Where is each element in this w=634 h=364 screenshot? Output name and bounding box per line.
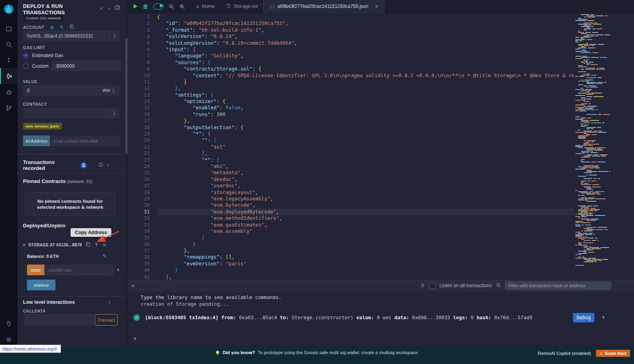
- debugger-icon[interactable]: [0, 84, 17, 100]
- editor-line[interactable]: 12 },: [128, 85, 574, 91]
- scrollbar-thumb[interactable]: [125, 38, 128, 154]
- editor-line[interactable]: 23 "*": [: [128, 157, 574, 163]
- store-function-button[interactable]: store: [27, 265, 44, 275]
- editor-line[interactable]: 20 "": [: [128, 137, 574, 143]
- zoom-in-button[interactable]: [179, 4, 185, 10]
- info-icon[interactable]: i: [109, 300, 110, 305]
- editor-line[interactable]: 16 "runs": 200: [128, 111, 574, 118]
- editor-line[interactable]: 39 "evmVersion": "paris": [128, 261, 574, 267]
- info-icon[interactable]: [98, 162, 103, 168]
- solidity-compiler-icon[interactable]: [0, 52, 17, 68]
- chevron-right-icon[interactable]: ›: [108, 6, 110, 11]
- editor-line[interactable]: 29 "evm.legacyAssembly",: [128, 196, 574, 202]
- editor-line[interactable]: 28 "storageLayout",: [128, 189, 574, 196]
- contract-stepper[interactable]: ▴ ▾: [109, 108, 119, 118]
- search-icon[interactable]: [0, 36, 17, 52]
- value-unit-select[interactable]: Wei ▴ ▾: [97, 85, 119, 96]
- terminal-prompt[interactable]: >: [134, 336, 136, 341]
- scam-alert-badge[interactable]: ⚠ Scam Alert: [596, 350, 630, 357]
- editor-line[interactable]: 6 "input": {: [128, 46, 574, 53]
- value-input[interactable]: [23, 85, 97, 96]
- editor-line[interactable]: 38 "remappings": [],: [128, 254, 574, 260]
- zoom-out-button[interactable]: [168, 4, 174, 10]
- editor-minimap[interactable]: [574, 14, 610, 275]
- editor-line[interactable]: 26 "devdoc",: [128, 176, 574, 183]
- editor-line[interactable]: 31 "evm.deployedBytecode",: [128, 209, 574, 215]
- custom-gas-input[interactable]: [52, 61, 121, 71]
- editor-line[interactable]: 13 "settings": {: [128, 92, 574, 98]
- close-tab-icon[interactable]: ×: [374, 4, 378, 9]
- editor-line[interactable]: 11 }: [128, 79, 574, 85]
- edit-balance-icon[interactable]: ✎: [103, 253, 107, 259]
- editor-line[interactable]: 22 ],: [128, 150, 574, 156]
- expand-function-icon[interactable]: ▾: [117, 267, 119, 273]
- editor-line[interactable]: 14 "optimizer": {: [128, 98, 574, 105]
- debug-button[interactable]: Debug: [573, 313, 594, 322]
- calldata-input[interactable]: [25, 314, 94, 326]
- copilot-status[interactable]: RemixAI Copilot (enabled): [538, 351, 591, 356]
- copilot-toggle[interactable]: [153, 4, 164, 10]
- copy-account-icon[interactable]: [69, 24, 74, 30]
- editor-line[interactable]: 17 },: [128, 118, 574, 124]
- retrieve-function-button[interactable]: retrieve: [27, 280, 55, 290]
- edit-account-icon[interactable]: ✎: [60, 25, 64, 30]
- editor-line[interactable]: 32 "evm.methodIdentifiers",: [128, 215, 574, 221]
- transaction-filter-input[interactable]: [505, 281, 611, 290]
- editor-line[interactable]: 5 "solcLongVersion": "0.8.19+commit.7dd6…: [128, 40, 574, 46]
- code-editor[interactable]: 1{2 "id": "a69b43f277ba20fcac141151250ca…: [128, 13, 634, 280]
- account-select[interactable]: 0xA03...85ac4 (0.39866531531 ▴ ▾: [23, 30, 119, 41]
- editor-line[interactable]: 25 "metadata",: [128, 170, 574, 176]
- tab-storage-sol[interactable]: Storage.sol: [221, 0, 264, 13]
- editor-line[interactable]: 2 "id": "a69b43f277ba20fcac141151250ca75…: [128, 20, 574, 27]
- transact-button[interactable]: Transact: [95, 314, 118, 326]
- editor-line[interactable]: 40 }: [128, 267, 574, 273]
- editor-line[interactable]: 24 "abi",: [128, 163, 574, 170]
- editor-line[interactable]: 9 "contracts/Storage.sol": {: [128, 66, 574, 72]
- chevron-right-icon[interactable]: ›: [107, 162, 109, 168]
- at-address-input[interactable]: [50, 135, 119, 146]
- chevron-down-icon[interactable]: ▾: [23, 242, 25, 248]
- panel-layout-icon[interactable]: [115, 5, 120, 11]
- tab-build-info-json[interactable]: {} a69b43f277ba20fcac141151250ca755.json…: [264, 0, 384, 13]
- editor-line[interactable]: 27 "userdoc",: [128, 183, 574, 189]
- add-account-icon[interactable]: ⊕: [50, 25, 54, 30]
- copy-address-icon[interactable]: [85, 242, 91, 248]
- editor-line[interactable]: 8 "sources": {: [128, 59, 574, 66]
- editor-line[interactable]: 7 "language": "Solidity",: [128, 53, 574, 59]
- contract-select[interactable]: ▴ ▾: [23, 108, 119, 118]
- run-script-button[interactable]: [134, 4, 137, 9]
- editor-line[interactable]: 37 },: [128, 248, 574, 254]
- remove-contract-icon[interactable]: ×: [102, 242, 107, 248]
- editor-line[interactable]: 4 "solcVersion": "0.8.19",: [128, 33, 574, 40]
- file-explorer-icon[interactable]: [0, 21, 17, 36]
- editor-line[interactable]: 18 "outputSelection": {: [128, 124, 574, 131]
- remix-logo-icon[interactable]: [3, 3, 15, 15]
- editor-line[interactable]: 34 "evm.assembly": [128, 228, 574, 234]
- deployed-contract-label[interactable]: STORAGE AT 0X136...8B78: [29, 243, 82, 247]
- editor-line[interactable]: 21 "ast": [128, 144, 574, 150]
- chevron-down-icon[interactable]: ▾: [602, 314, 605, 320]
- editor-line[interactable]: 19 "*": {: [128, 131, 574, 137]
- editor-line[interactable]: 3 "_format": "hh-sol-build-info-1",: [128, 27, 574, 33]
- store-arg-input[interactable]: [44, 265, 114, 275]
- collapse-terminal-icon[interactable]: »: [130, 284, 136, 287]
- tab-home[interactable]: ⌂ Home: [191, 0, 221, 13]
- editor-line[interactable]: 41 },: [128, 274, 574, 280]
- transaction-log-row[interactable]: ✓ [block:5583405 txIndex:4] from: 0xa03.…: [134, 314, 567, 321]
- source-control-icon[interactable]: [0, 100, 17, 116]
- bank-icon[interactable]: [142, 3, 149, 10]
- estimated-gas-radio[interactable]: [23, 53, 29, 58]
- editor-line[interactable]: 30 "evm.bytecode",: [128, 202, 574, 208]
- deploy-run-icon[interactable]: [0, 68, 17, 84]
- pin-contract-icon[interactable]: [94, 242, 99, 248]
- at-address-button[interactable]: At Address: [23, 135, 50, 146]
- editor-line[interactable]: 35 ]: [128, 234, 574, 241]
- custom-gas-radio[interactable]: [23, 63, 29, 69]
- plugin-manager-icon[interactable]: [0, 316, 17, 332]
- editor-line[interactable]: 10 "content": "// SPDX-License-Identifie…: [128, 72, 574, 79]
- terminal-output[interactable]: Type the library name to see available c…: [128, 292, 634, 347]
- editor-line[interactable]: 1{: [128, 14, 574, 20]
- editor-line[interactable]: 33 "evm.gasEstimates",: [128, 222, 574, 228]
- editor-line[interactable]: 36 }: [128, 241, 574, 248]
- listen-transactions-checkbox[interactable]: [430, 283, 435, 289]
